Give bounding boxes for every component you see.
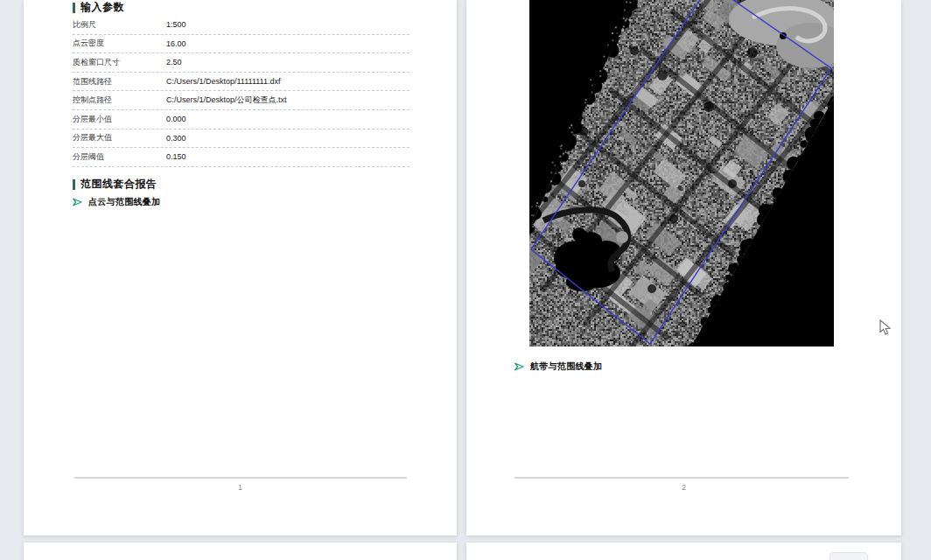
param-row: 比例尺1:500 (73, 16, 410, 35)
arrow-bullet-icon (514, 362, 524, 371)
section-header-boundary-report: 范围线套合报告 (73, 177, 158, 192)
param-row: 质检窗口尺寸2.50 (73, 53, 410, 73)
bullet-strip-overlay: 航带与范围线叠加 (514, 360, 602, 373)
bullet-text: 航带与范围线叠加 (530, 360, 602, 373)
section-bar-icon (73, 3, 75, 13)
document-page-3-partial (24, 542, 457, 560)
footer-divider (514, 477, 849, 479)
section-header-input-params: 输入参数 (73, 0, 124, 15)
document-page-1: 输入参数 比例尺1:500点云密度16.00质检窗口尺寸2.50范围线路径C:/… (24, 0, 457, 536)
param-label: 分层最大值 (73, 132, 166, 144)
param-value: 16.00 (166, 39, 186, 48)
param-value: 0.000 (166, 115, 186, 123)
page-number: 2 (466, 483, 901, 492)
param-value: 0.150 (166, 152, 186, 161)
point-cloud-overlay-figure (529, 0, 834, 346)
param-row: 分层最大值0.300 (73, 130, 410, 149)
param-value: 2.50 (166, 58, 182, 66)
document-page-2: 航带与范围线叠加 2 (466, 0, 901, 536)
section-title: 范围线套合报告 (80, 177, 158, 192)
param-label: 范围线路径 (73, 76, 166, 88)
page-number: 1 (24, 483, 457, 492)
param-label: 分层最小值 (73, 114, 166, 125)
param-label: 分层阈值 (73, 151, 166, 163)
section-title: 输入参数 (80, 0, 124, 15)
param-row: 范围线路径C:/Users/1/Desktop/11111111.dxf (73, 73, 410, 92)
param-row: 分层最小值0.000 (73, 110, 410, 130)
param-row: 点云密度16.00 (73, 35, 410, 54)
input-parameters-table: 比例尺1:500点云密度16.00质检窗口尺寸2.50范围线路径C:/Users… (73, 16, 410, 167)
param-label: 点云密度 (73, 38, 166, 49)
param-label: 控制点路径 (73, 94, 166, 106)
param-value: C:/Users/1/Desktop/11111111.dxf (166, 77, 280, 86)
param-value: 0.300 (166, 134, 186, 143)
section-bar-icon (73, 179, 75, 190)
param-row: 控制点路径C:/Users/1/Desktop/公司检查点.txt (73, 91, 410, 110)
bullet-point-cloud-overlay: 点云与范围线叠加 (73, 196, 160, 208)
bullet-text: 点云与范围线叠加 (88, 196, 160, 208)
param-label: 质检窗口尺寸 (73, 57, 166, 68)
floating-control-partial[interactable] (830, 552, 868, 560)
arrow-bullet-icon (73, 198, 82, 206)
param-value: 1:500 (166, 20, 186, 29)
point-cloud-image (529, 0, 834, 346)
footer-divider (74, 477, 407, 479)
param-value: C:/Users/1/Desktop/公司检查点.txt (166, 94, 287, 106)
mouse-cursor-icon (879, 319, 891, 336)
param-label: 比例尺 (73, 19, 166, 31)
param-row: 分层阈值0.150 (73, 148, 410, 167)
